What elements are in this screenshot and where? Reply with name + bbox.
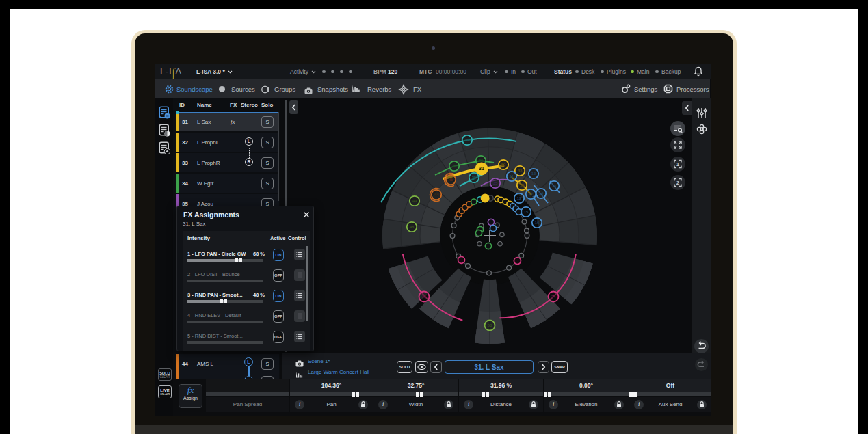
svg-text:15: 15 [524,210,529,214]
svg-text:14: 14 [539,191,544,195]
svg-text:1: 1 [676,161,680,167]
svg-text:32: 32 [501,163,506,167]
svg-text:13: 13 [531,172,536,176]
svg-text:45: 45 [449,178,453,182]
svg-text:34: 34 [452,164,457,168]
svg-text:25: 25 [472,176,477,180]
svg-text:49: 49 [412,199,417,203]
svg-text:44: 44 [434,193,439,197]
svg-text:35: 35 [493,181,498,185]
svg-text:16: 16 [535,221,540,225]
svg-text:17: 17 [529,192,534,196]
svg-text:24: 24 [551,295,556,299]
svg-text:12: 12 [517,196,522,200]
svg-text:31: 31 [479,166,484,171]
svg-text:48: 48 [410,225,415,229]
svg-text:26: 26 [465,138,470,142]
svg-text:18: 18 [520,183,525,187]
svg-text:11: 11 [510,174,514,178]
svg-text:13: 13 [552,184,557,188]
svg-text:33: 33 [518,169,523,173]
svg-text:36: 36 [479,159,484,163]
svg-text:2: 2 [676,180,680,186]
svg-text:53: 53 [488,323,492,327]
svg-text:23: 23 [422,295,427,299]
